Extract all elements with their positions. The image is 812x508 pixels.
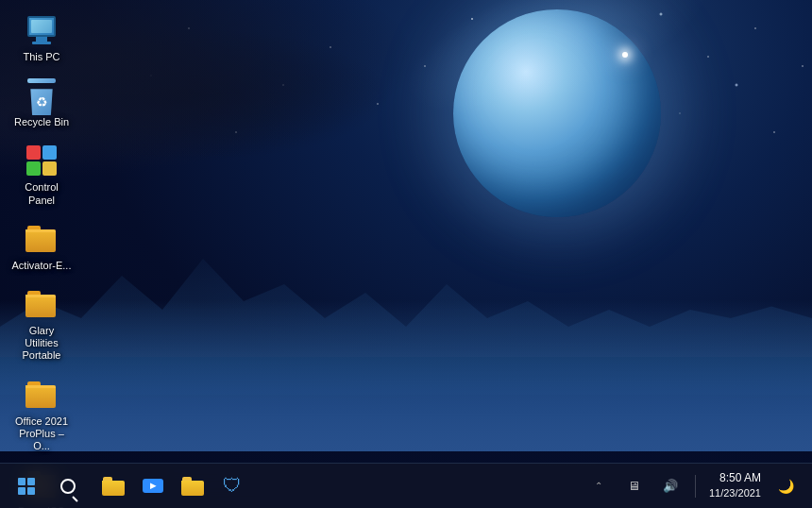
desktop: This PC ♻ Recycle Bin	[0, 0, 812, 508]
background-bright-star	[622, 52, 628, 58]
office-2021-label: Office 2021 ProPlus – O...	[11, 415, 72, 453]
search-icon	[60, 479, 76, 494]
windows-logo-icon	[18, 478, 35, 495]
this-pc-label: This PC	[23, 51, 59, 63]
clock[interactable]: 8:50 AM 11/23/2021	[705, 470, 765, 500]
taskbar-pinned-apps: ▶ 🛡	[94, 469, 251, 503]
systray-chevron[interactable]: ⌃	[584, 471, 614, 501]
office-folder-icon	[25, 378, 59, 412]
moon-icon: 🌙	[778, 479, 794, 494]
recycle-bin-label: Recycle Bin	[14, 116, 69, 128]
desktop-icon-activator[interactable]: Activator-E...	[8, 218, 76, 276]
glary-utilities-label: Glary Utilities Portable	[11, 325, 72, 363]
background-planet	[453, 9, 661, 217]
zoom-icon: ▶	[143, 479, 163, 493]
taskbar-file-explorer[interactable]	[96, 469, 130, 503]
desktop-icon-area: This PC ♻ Recycle Bin	[8, 9, 76, 508]
folder2-icon	[181, 477, 204, 496]
systray-divider	[695, 475, 696, 498]
desktop-icon-recycle-bin[interactable]: ♻ Recycle Bin	[8, 75, 76, 132]
file-explorer-icon	[102, 477, 125, 496]
clock-date: 11/23/2021	[709, 486, 761, 500]
background-water	[0, 357, 812, 451]
desktop-icon-office-2021[interactable]: Office 2021 ProPlus – O...	[8, 374, 76, 457]
recycle-bin-icon: ♻	[25, 78, 59, 112]
notification-button[interactable]: 🌙	[770, 471, 801, 501]
taskbar-folder2[interactable]	[176, 469, 210, 503]
start-button[interactable]	[8, 467, 45, 505]
control-panel-label: Control Panel	[11, 181, 72, 206]
chevron-up-icon: ⌃	[595, 481, 602, 491]
taskbar-security[interactable]: 🛡	[215, 469, 249, 503]
shield-icon: 🛡	[223, 475, 242, 497]
activator-folder-icon	[25, 222, 59, 256]
glary-folder-icon	[25, 287, 59, 321]
this-pc-icon	[25, 13, 59, 47]
taskbar: ▶ 🛡 ⌃	[0, 463, 812, 508]
activator-label: Activator-E...	[12, 260, 72, 272]
taskbar-systray: ⌃ 🖥 🔊 8:50 AM 11/23/2021 🌙	[572, 470, 812, 500]
speaker-icon: 🔊	[663, 479, 678, 493]
taskbar-start-area	[0, 467, 94, 505]
clock-time: 8:50 AM	[719, 470, 761, 486]
taskbar-zoom[interactable]: ▶	[136, 469, 170, 503]
desktop-icon-glary-utilities[interactable]: Glary Utilities Portable	[8, 283, 76, 366]
control-panel-icon	[25, 144, 59, 178]
search-button[interactable]	[49, 467, 87, 505]
systray-network[interactable]: 🖥	[619, 471, 650, 501]
desktop-icon-control-panel[interactable]: Control Panel	[8, 140, 76, 210]
systray-volume[interactable]: 🔊	[655, 471, 685, 501]
network-icon: 🖥	[628, 479, 640, 493]
desktop-icon-this-pc[interactable]: This PC	[8, 9, 76, 67]
